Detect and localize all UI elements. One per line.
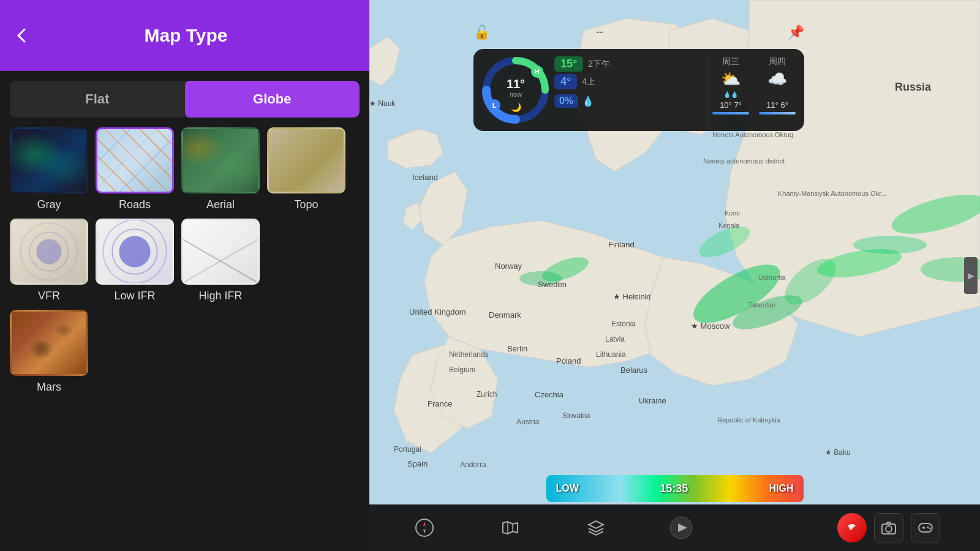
map-type-vfr[interactable]: VFR	[10, 219, 88, 302]
lock-icon: 🔓	[473, 24, 490, 40]
color-bar-high: HIGH	[760, 483, 804, 494]
forecast-day2: 周四 ☁️ xx 11° 6°	[759, 56, 796, 124]
map-type-aerial[interactable]: Aerial	[181, 127, 260, 211]
compass-icon[interactable]	[409, 512, 440, 543]
temp-low: 4°	[554, 74, 577, 89]
weather-divider	[707, 56, 707, 124]
map-label-low-ifr: Low IFR	[114, 290, 155, 302]
map-label-high-ifr: High IFR	[198, 290, 242, 302]
map-type-topo[interactable]: Topo	[267, 127, 345, 211]
svg-point-28	[927, 527, 929, 528]
map-type-mars[interactable]: Mars	[10, 310, 88, 394]
game-icon-btn[interactable]	[911, 513, 940, 542]
forecast-days: 周三 ⛅ 💧💧 10° 7° 周四 ☁️ xx 11° 6°	[712, 56, 796, 124]
svg-text:H: H	[535, 68, 540, 75]
right-panel: 📍 ▼ ☰ 🔋 3:40	[369, 0, 980, 551]
high-label: 2下午	[588, 59, 610, 70]
day2-spacer: xx	[774, 91, 780, 98]
brand-logo-1[interactable]	[837, 513, 867, 542]
map-label-vfr: VFR	[38, 290, 60, 302]
svg-point-5	[853, 236, 927, 254]
svg-point-7	[519, 271, 562, 286]
svg-text:L: L	[492, 102, 497, 109]
map-type-low-ifr[interactable]: Low IFR	[96, 219, 174, 302]
svg-text:🌙: 🌙	[511, 102, 522, 113]
map-thumb-gray	[10, 127, 88, 193]
color-bar-low: LOW	[546, 483, 589, 494]
layers-icon[interactable]	[581, 512, 611, 543]
weather-info: 15° 2下午 4° 4上 0% 💧	[554, 56, 702, 124]
day2-cloud-icon: ☁️	[767, 70, 787, 89]
color-bar-time: 15:35	[589, 482, 760, 495]
dashes-label: --	[596, 26, 603, 39]
map-thumb-roads	[96, 127, 174, 193]
map-thumb-low-ifr	[96, 219, 174, 285]
map-type-high-ifr[interactable]: High IFR	[181, 219, 260, 302]
flat-toggle[interactable]: Flat	[10, 81, 185, 118]
color-bar: LOW 15:35 HIGH	[546, 475, 804, 502]
map-thumb-mars	[10, 310, 88, 376]
forecast-day1: 周三 ⛅ 💧💧 10° 7°	[712, 56, 749, 124]
back-button[interactable]	[12, 26, 32, 45]
temp-high: 15°	[554, 56, 583, 72]
map-thumb-topo	[267, 127, 345, 193]
map-type-gray[interactable]: Gray	[10, 127, 88, 211]
camera-icon-btn[interactable]	[874, 513, 903, 542]
svg-text:11°: 11°	[507, 77, 525, 91]
low-label: 4上	[582, 77, 595, 88]
rain-percent: 0%	[554, 94, 578, 108]
map-icon[interactable]	[495, 512, 526, 543]
weather-box: 🌙 H L 11° now 15° 2下午	[473, 49, 804, 131]
day1-label: 周三	[722, 56, 739, 67]
play-icon[interactable]	[666, 512, 696, 543]
day1-temp-bar	[712, 112, 749, 114]
svg-point-24	[886, 526, 892, 532]
svg-text:now: now	[510, 91, 522, 98]
svg-point-29	[929, 528, 931, 530]
map-thumb-high-ifr	[181, 219, 260, 285]
pin-icon: 📌	[788, 24, 804, 40]
day1-rain-icon: 💧💧	[723, 91, 738, 98]
toggle-row: Flat Globe	[10, 81, 360, 118]
map-thumb-vfr	[10, 219, 88, 285]
map-label-aerial: Aerial	[206, 198, 235, 211]
map-label-gray: Gray	[37, 198, 61, 211]
map-type-row-2: VFR Low IFR High IFR	[0, 219, 369, 310]
brand-icons	[837, 513, 940, 542]
weather-low-row: 4° 4上	[554, 74, 702, 89]
map-type-row-1: Gray Roads Aerial Topo	[0, 127, 369, 219]
map-label-roads: Roads	[119, 198, 151, 211]
weather-gauge: 🌙 H L 11° now	[482, 56, 549, 124]
map-label-mars: Mars	[37, 381, 61, 394]
day1-temps: 10° 7°	[720, 100, 742, 110]
bottom-bar	[369, 504, 980, 551]
globe-toggle[interactable]: Globe	[185, 81, 360, 118]
map-type-roads[interactable]: Roads	[96, 127, 174, 211]
day1-cloud-icon: ⛅	[721, 70, 741, 89]
day2-label: 周四	[769, 56, 786, 67]
map-label-topo: Topo	[294, 198, 318, 211]
map-type-row-3: Mars	[0, 310, 369, 401]
page-title: Map Type	[44, 25, 328, 46]
scroll-handle[interactable]: ▶	[964, 257, 978, 294]
day2-temps: 11° 6°	[766, 100, 788, 110]
day2-temp-bar	[759, 112, 796, 114]
map-thumb-aerial	[181, 127, 260, 193]
left-panel: Map Type Flat Globe Gray Roads Aerial To…	[0, 0, 369, 551]
weather-high-row: 15° 2下午	[554, 56, 702, 72]
header: Map Type	[0, 0, 369, 71]
rain-row: 0% 💧	[554, 94, 702, 108]
